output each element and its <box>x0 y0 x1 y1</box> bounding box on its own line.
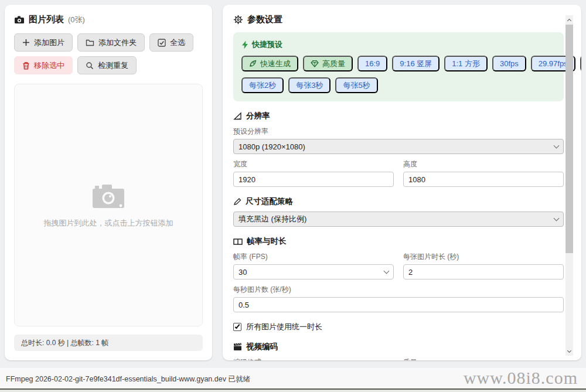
image-list-title: 图片列表 <box>29 14 64 25</box>
quality-label: 质量 <box>403 357 564 360</box>
preset-fast-generate[interactable]: 快速生成 <box>241 56 298 71</box>
preset-label: 快速生成 <box>260 59 291 69</box>
totals-statusbar: 总时长: 0.0 秒 | 总帧数: 1 帧 <box>14 335 203 351</box>
per-image-duration-label: 每张图片时长 (秒) <box>403 252 564 262</box>
watermark-text: www.08i8.com <box>464 368 578 388</box>
detect-duplicates-label: 检测重复 <box>98 60 128 71</box>
add-folder-button[interactable]: 添加文件夹 <box>77 33 145 52</box>
dropzone-hint: 拖拽图片到此处，或点击上方按钮添加 <box>44 218 173 229</box>
preset-resolution-select[interactable]: 1080p (1920×1080) <box>233 139 564 154</box>
preset-label: 每张5秒 <box>343 80 370 91</box>
remove-selected-button[interactable]: 移除选中 <box>14 56 73 74</box>
plus-icon <box>22 39 30 46</box>
select-all-button[interactable]: 全选 <box>149 33 193 52</box>
fit-strategy-value: 填充黑边 (保持比例) <box>239 214 306 224</box>
scrollbar-up-button[interactable] <box>565 15 573 24</box>
image-list-header: 图片列表 (0张) <box>14 14 203 25</box>
preset-row-1: 快速生成 高质量 16:9 9:16 竖屏 1:1 方形 30fps 29.97… <box>241 56 556 71</box>
uniform-duration-label: 所有图片使用统一时长 <box>246 322 322 332</box>
preset-label: 每张3秒 <box>296 80 323 91</box>
add-images-label: 添加图片 <box>34 38 64 48</box>
preset-label: 高质量 <box>322 59 345 69</box>
uniform-duration-checkbox[interactable] <box>233 323 241 331</box>
preset-resolution-value: 1080p (1920×1080) <box>239 142 305 151</box>
fit-title: 尺寸适配策略 <box>246 196 293 207</box>
resolution-section-header: 分辨率 <box>233 111 564 121</box>
settings-title: 参数设置 <box>247 14 282 25</box>
film-icon <box>233 238 243 246</box>
timing-title: 帧率与时长 <box>247 236 287 247</box>
gem-icon <box>311 60 319 67</box>
quick-presets-box: 快捷预设 快速生成 高质量 16:9 9:16 竖屏 1:1 方形 30fps … <box>233 32 564 101</box>
image-list-panel: 图片列表 (0张) 添加图片 添加文件夹 全选 移除选中 <box>5 5 212 360</box>
images-per-second-input[interactable] <box>233 297 564 312</box>
settings-panel: 参数设置 快捷预设 快速生成 高质量 16:9 9:16 竖屏 <box>223 5 581 360</box>
preset-9-16[interactable]: 9:16 竖屏 <box>392 56 440 71</box>
encoding-title: 视频编码 <box>246 342 278 352</box>
detect-duplicates-button[interactable]: 检测重复 <box>77 56 137 74</box>
add-folder-label: 添加文件夹 <box>98 38 137 48</box>
chevron-down-icon <box>554 215 560 221</box>
image-count: (0张) <box>68 15 85 25</box>
chevron-down-icon <box>384 268 390 274</box>
ruler-icon <box>233 112 242 120</box>
preset-label: 16:9 <box>365 59 380 68</box>
preset-60fps[interactable]: 60fps <box>580 56 581 71</box>
preset-label: 9:16 竖屏 <box>400 59 432 69</box>
encoding-section-header: 视频编码 <box>233 342 564 352</box>
chevron-down-icon <box>567 348 571 352</box>
fit-strategy-select[interactable]: 填充黑边 (保持比例) <box>233 212 564 227</box>
window-bottom-edge <box>0 390 586 392</box>
preset-resolution-label: 预设分辨率 <box>233 127 564 137</box>
preset-16-9[interactable]: 16:9 <box>357 56 387 71</box>
quick-presets-header: 快捷预设 <box>241 39 556 50</box>
chevron-down-icon <box>554 142 560 148</box>
image-toolbar: 添加图片 添加文件夹 全选 移除选中 检测重复 <box>14 33 203 74</box>
uniform-duration-row: 所有图片使用统一时长 <box>233 322 564 332</box>
resolution-title: 分辨率 <box>246 111 270 121</box>
encoding-format-label: 编码格式 <box>233 357 394 360</box>
fps-value: 30 <box>239 268 247 277</box>
preset-row-2: 每张2秒 每张3秒 每张5秒 <box>241 77 556 93</box>
settings-header: 参数设置 <box>233 14 564 25</box>
image-dropzone[interactable]: 拖拽图片到此处，或点击上方按钮添加 <box>14 84 203 326</box>
checkbox-check-icon <box>158 39 166 47</box>
fps-select[interactable]: 30 <box>233 264 394 279</box>
preset-label: 1:1 方形 <box>452 59 480 69</box>
camera-icon <box>14 15 25 25</box>
preset-2s-each[interactable]: 每张2秒 <box>241 77 284 93</box>
app-statusbar: FFmpeg 2026-02-02-git-7e9fe341df-essenti… <box>0 368 586 388</box>
fps-label: 帧率 (FPS) <box>233 252 394 262</box>
scrollbar-down-button[interactable] <box>565 347 573 356</box>
width-input[interactable] <box>233 172 394 187</box>
camera-placeholder-icon <box>90 182 127 211</box>
preset-label: 每张2秒 <box>249 80 276 91</box>
settings-scrollbar[interactable] <box>565 15 573 356</box>
per-image-duration-input[interactable] <box>403 264 564 279</box>
search-icon <box>86 62 94 70</box>
check-icon <box>235 323 240 329</box>
quick-presets-title: 快捷预设 <box>252 39 282 50</box>
preset-label: 30fps <box>500 59 519 68</box>
scrollbar-thumb[interactable] <box>565 25 573 253</box>
preset-3s-each[interactable]: 每张3秒 <box>288 77 331 93</box>
preset-5s-each[interactable]: 每张5秒 <box>335 77 377 93</box>
pencil-icon <box>233 197 241 206</box>
lightning-icon <box>241 40 248 49</box>
height-input[interactable] <box>403 172 564 187</box>
images-per-second-label: 每秒图片数 (张/秒) <box>233 285 564 295</box>
ffmpeg-status-text: FFmpeg 2026-02-02-git-7e9fe341df-essenti… <box>6 374 250 384</box>
gear-icon <box>233 15 243 25</box>
width-label: 宽度 <box>233 159 394 169</box>
height-label: 高度 <box>403 159 564 169</box>
folder-icon <box>86 39 94 46</box>
select-all-label: 全选 <box>170 38 185 48</box>
preset-high-quality[interactable]: 高质量 <box>303 56 353 71</box>
clapperboard-icon <box>233 343 242 351</box>
preset-label: 29.97fps <box>539 59 568 68</box>
trash-icon <box>22 62 30 70</box>
preset-1-1[interactable]: 1:1 方形 <box>444 56 488 71</box>
add-images-button[interactable]: 添加图片 <box>14 33 73 52</box>
preset-30fps[interactable]: 30fps <box>492 56 526 71</box>
fit-section-header: 尺寸适配策略 <box>233 196 564 207</box>
